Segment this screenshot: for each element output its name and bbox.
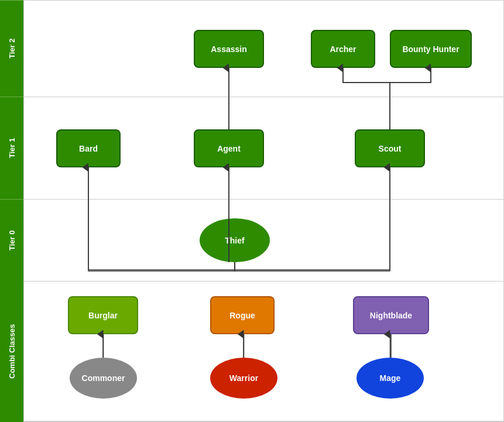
agent-label: Agent [217,144,241,153]
rogue-node: Rogue [210,296,275,334]
commoner-node: Commoner [70,358,137,399]
nightblade-node: Nightblade [353,296,429,334]
thief-node: Thief [200,218,270,262]
tier-labels: Tier 2 Tier 1 Tier 0 Combi Classes [0,0,23,422]
mage-label: Mage [380,373,401,383]
warrior-node: Warrior [210,358,277,399]
burglar-node: Burglar [68,296,138,334]
bard-node: Bard [56,129,121,167]
commoner-label: Commoner [82,373,125,383]
rogue-label: Rogue [229,311,255,320]
burglar-label: Burglar [88,311,118,320]
tier1-row: Bard Agent Scout [24,97,503,200]
warrior-label: Warrior [229,373,258,383]
scout-label: Scout [379,144,402,153]
diagram-container: Tier 2 Tier 1 Tier 0 Combi Classes Assas… [0,0,504,422]
combi-row: Burglar Rogue Nightblade Commoner Warrio… [24,282,503,421]
scout-node: Scout [355,129,425,167]
thief-label: Thief [225,236,244,245]
bard-label: Bard [79,144,98,153]
bountyhunter-node: Bounty Hunter [390,30,472,68]
diagram-area: Assassin Archer Bounty Hunter Bard Agent [23,0,504,422]
assassin-node: Assassin [194,30,264,68]
mage-node: Mage [356,358,424,399]
tier0-label: Tier 0 [0,199,23,281]
combi-label: Combi Classes [0,281,23,422]
assassin-label: Assassin [211,44,246,54]
tier2-label: Tier 2 [0,0,23,97]
archer-node: Archer [311,30,375,68]
archer-label: Archer [330,44,356,54]
tier2-row: Assassin Archer Bounty Hunter [24,1,503,97]
tier0-row: Thief [24,200,503,282]
agent-node: Agent [194,129,264,167]
tier1-label: Tier 1 [0,97,23,199]
nightblade-label: Nightblade [370,311,412,320]
bountyhunter-label: Bounty Hunter [402,44,459,54]
